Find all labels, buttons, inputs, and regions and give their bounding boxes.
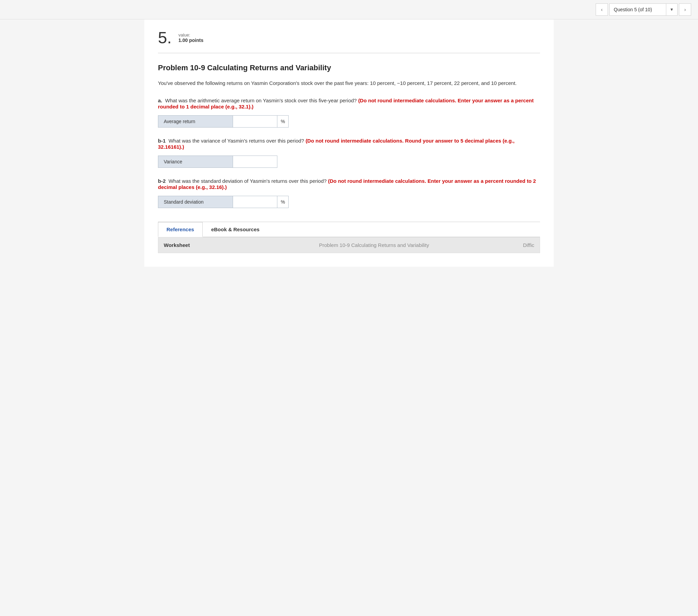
question-points: 1.00 points [178,38,203,43]
main-content: 5. value: 1.00 points Problem 10-9 Calcu… [144,19,554,267]
chevron-right-icon: › [684,7,686,12]
problem-title: Problem 10-9 Calculating Returns and Var… [158,64,540,72]
question-selector-text: Question 5 (of 10) [610,7,666,12]
value-label: value: [178,32,203,38]
sub-question-a-text: a. What was the arithmetic average retur… [158,98,540,110]
sub-question-b1: b-1 What was the variance of Yasmin's re… [158,138,540,168]
sub-question-b2: b-2 What was the standard deviation of Y… [158,178,540,208]
references-section: References eBook & Resources Worksheet P… [158,222,540,253]
prev-question-button[interactable]: ‹ [596,3,608,16]
question-header: 5. value: 1.00 points [158,30,540,53]
variance-input[interactable] [233,155,277,168]
chevron-down-icon: ▼ [666,4,677,15]
sub-question-b1-text: b-1 What was the variance of Yasmin's re… [158,138,540,150]
sub-question-a: a. What was the arithmetic average retur… [158,98,540,128]
worksheet-label: Worksheet [164,242,225,248]
worksheet-row: Worksheet Problem 10-9 Calculating Retur… [158,237,540,253]
sub-question-b2-label: b-2 [158,178,166,184]
chevron-left-icon: ‹ [601,7,603,12]
sub-question-a-label: a. [158,98,163,103]
question-selector[interactable]: Question 5 (of 10) ▼ [609,3,678,16]
variance-label: Variance [158,155,233,168]
tab-ebook-resources[interactable]: eBook & Resources [203,222,268,237]
std-deviation-unit: % [277,196,289,208]
sub-question-a-body: What was the arithmetic average return o… [158,98,533,110]
std-deviation-label: Standard deviation [158,196,233,208]
sub-question-b1-label: b-1 [158,138,166,144]
next-question-button[interactable]: › [679,3,691,16]
average-return-row: Average return % [158,115,540,128]
tab-references[interactable]: References [158,222,203,237]
average-return-input[interactable] [233,115,277,128]
average-return-label: Average return [158,115,233,128]
references-tabs: References eBook & Resources [158,222,540,237]
std-deviation-row: Standard deviation % [158,196,540,208]
average-return-unit: % [277,115,289,128]
problem-description: You've observed the following returns on… [158,79,540,87]
sub-question-b2-body: What was the standard deviation of Yasmi… [158,178,536,190]
question-number: 5. [158,30,172,46]
worksheet-difficulty: Diffic [523,242,534,248]
variance-row: Variance [158,155,540,168]
top-navigation: ‹ Question 5 (of 10) ▼ › [0,0,698,19]
sub-question-b2-text: b-2 What was the standard deviation of Y… [158,178,540,190]
sub-question-b1-body: What was the variance of Yasmin's return… [158,138,515,150]
question-meta: value: 1.00 points [178,30,203,43]
std-deviation-input[interactable] [233,196,277,208]
worksheet-problem-title: Problem 10-9 Calculating Returns and Var… [225,242,523,248]
